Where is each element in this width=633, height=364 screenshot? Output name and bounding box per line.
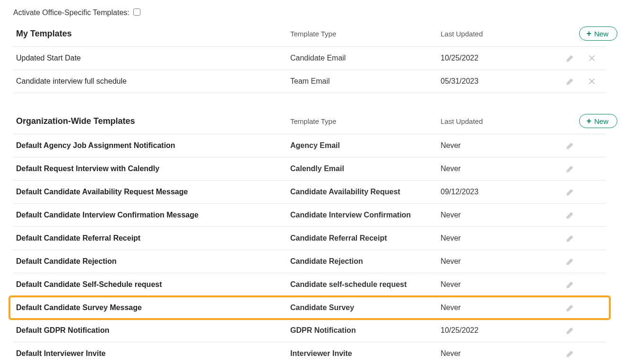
- col-template-type: Template Type: [290, 117, 441, 125]
- template-name: Default Candidate Survey Message: [16, 303, 290, 312]
- template-type: Candidate Availability Request: [290, 188, 441, 196]
- template-name: Default Request Interview with Calendly: [16, 165, 290, 173]
- edit-icon[interactable]: [565, 349, 575, 358]
- template-updated: Never: [441, 257, 561, 266]
- template-name: Default Candidate Interview Confirmation…: [16, 211, 290, 219]
- row-actions: [561, 53, 617, 63]
- template-name: Default GDPR Notification: [16, 326, 290, 335]
- my-templates-section: My Templates Template Type Last Updated …: [13, 23, 606, 93]
- activate-label: Activate Office-Specific Templates:: [13, 9, 130, 17]
- new-button-label: New: [594, 118, 608, 125]
- edit-icon[interactable]: [565, 210, 575, 220]
- new-button-label: New: [594, 30, 608, 37]
- template-name: Default Interviewer Invite: [16, 349, 290, 358]
- row-actions: [561, 141, 617, 150]
- col-last-updated: Last Updated: [441, 117, 561, 125]
- new-org-template-button[interactable]: + New: [579, 114, 617, 128]
- edit-icon[interactable]: [565, 303, 575, 312]
- row-actions: [561, 77, 617, 86]
- template-updated: Never: [441, 211, 561, 219]
- template-updated: Never: [441, 165, 561, 173]
- col-last-updated: Last Updated: [441, 30, 561, 38]
- plus-icon: +: [586, 29, 591, 38]
- template-updated: Never: [441, 141, 561, 150]
- close-icon[interactable]: [587, 53, 597, 63]
- my-templates-title: My Templates: [16, 29, 290, 39]
- template-updated: Never: [441, 303, 561, 312]
- template-updated: Never: [441, 349, 561, 358]
- template-updated: 10/25/2022: [441, 326, 561, 335]
- template-name: Default Candidate Self-Schedule request: [16, 280, 290, 289]
- template-name: Default Candidate Rejection: [16, 257, 290, 266]
- org-templates-title: Organization-Wide Templates: [16, 116, 290, 126]
- edit-icon[interactable]: [565, 280, 575, 289]
- table-row: Default GDPR NotificationGDPR Notificati…: [13, 319, 606, 342]
- row-actions: [561, 303, 617, 312]
- row-actions: [561, 164, 617, 173]
- template-type: Calendly Email: [290, 165, 441, 173]
- template-name: Default Candidate Referral Receipt: [16, 234, 290, 243]
- template-name: Updated Start Date: [16, 54, 290, 62]
- template-type: Candidate Referral Receipt: [290, 234, 441, 243]
- table-row: Default Agency Job Assignment Notificati…: [13, 134, 606, 157]
- org-templates-section: Organization-Wide Templates Template Typ…: [13, 110, 606, 364]
- table-row: Candidate interview full scheduleTeam Em…: [13, 70, 606, 93]
- template-type: Candidate Email: [290, 54, 441, 62]
- edit-icon[interactable]: [565, 53, 575, 63]
- edit-icon[interactable]: [565, 326, 575, 335]
- edit-icon[interactable]: [565, 257, 575, 266]
- edit-icon[interactable]: [565, 141, 575, 150]
- table-row: Default Request Interview with CalendlyC…: [13, 157, 606, 181]
- template-type: Interviewer Invite: [290, 349, 441, 358]
- template-type: Candidate Interview Confirmation: [290, 211, 441, 219]
- plus-icon: +: [586, 117, 591, 125]
- row-actions: [561, 187, 617, 197]
- template-name: Candidate interview full schedule: [16, 77, 290, 86]
- template-name: Default Candidate Availability Request M…: [16, 188, 290, 196]
- template-type: GDPR Notification: [290, 326, 441, 335]
- template-updated: 10/25/2022: [441, 54, 561, 62]
- row-actions: [561, 326, 617, 335]
- edit-icon[interactable]: [565, 164, 575, 173]
- template-type: Agency Email: [290, 141, 441, 150]
- template-type: Candidate self-schedule request: [290, 280, 441, 289]
- table-row: Default Candidate RejectionCandidate Rej…: [13, 250, 606, 273]
- edit-icon[interactable]: [565, 234, 575, 243]
- row-actions: [561, 210, 617, 220]
- table-row: Updated Start DateCandidate Email10/25/2…: [13, 47, 606, 70]
- table-row: Default Candidate Survey MessageCandidat…: [9, 296, 610, 319]
- template-type: Candidate Rejection: [290, 257, 441, 266]
- template-updated: Never: [441, 234, 561, 243]
- template-updated: 05/31/2023: [441, 77, 561, 86]
- row-actions: [561, 234, 617, 243]
- table-row: Default Candidate Interview Confirmation…: [13, 204, 606, 227]
- table-row: Default Candidate Referral ReceiptCandid…: [13, 227, 606, 250]
- template-type: Candidate Survey: [290, 303, 441, 312]
- edit-icon[interactable]: [565, 77, 575, 86]
- template-updated: 09/12/2023: [441, 188, 561, 196]
- edit-icon[interactable]: [565, 187, 575, 197]
- new-my-template-button[interactable]: + New: [579, 26, 617, 41]
- template-type: Team Email: [290, 77, 441, 86]
- row-actions: [561, 349, 617, 358]
- table-row: Default Interviewer InviteInterviewer In…: [13, 342, 606, 364]
- table-row: Default Candidate Availability Request M…: [13, 181, 606, 204]
- row-actions: [561, 280, 617, 289]
- template-updated: Never: [441, 280, 561, 289]
- col-template-type: Template Type: [290, 30, 441, 38]
- activate-checkbox[interactable]: [133, 9, 140, 16]
- table-row: Default Candidate Self-Schedule requestC…: [13, 273, 606, 296]
- template-name: Default Agency Job Assignment Notificati…: [16, 141, 290, 150]
- close-icon[interactable]: [587, 77, 597, 86]
- row-actions: [561, 257, 617, 266]
